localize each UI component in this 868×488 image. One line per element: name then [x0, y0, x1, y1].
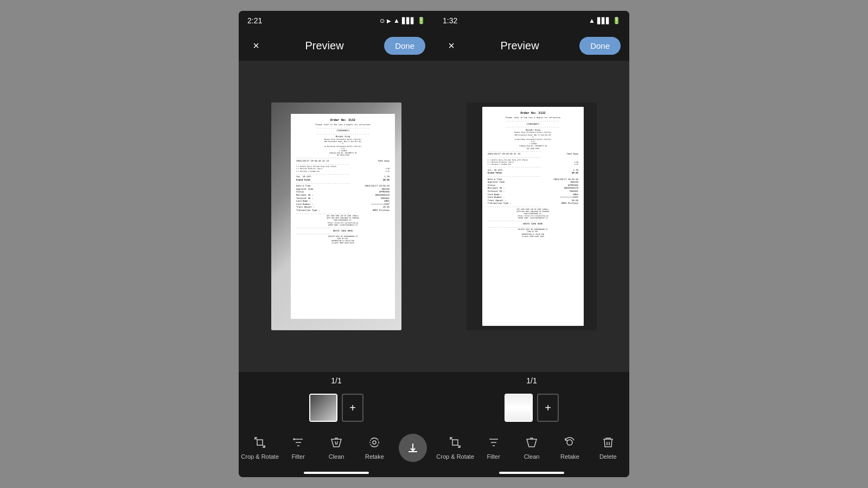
retake-icon: [368, 436, 381, 451]
left-thumbnail-1[interactable]: [309, 394, 337, 422]
left-preview-title: Preview: [305, 40, 344, 52]
right-retake-button[interactable]: Retake: [551, 436, 589, 460]
right-receipt-text: Order No: 3132 Please refer to the last …: [482, 107, 584, 242]
right-main-content: Order No: 3132 Please refer to the last …: [434, 61, 629, 372]
right-crop-rotate-label: Crop & Rotate: [436, 453, 474, 460]
svg-point-2: [373, 441, 376, 444]
left-status-icons: ⊙ ▶ ▲ ▋▋▋ 🔋: [380, 17, 425, 24]
right-filter-button[interactable]: Filter: [474, 436, 512, 460]
right-filter-icon: [487, 436, 500, 451]
right-receipt-container: Order No: 3132 Please refer to the last …: [467, 102, 597, 330]
right-retake-label: Retake: [560, 453, 579, 460]
right-page-number: 1/1: [526, 376, 537, 385]
left-crop-rotate-label: Crop & Rotate: [241, 453, 279, 460]
left-bottom-toolbar: Crop & Rotate Filter: [239, 426, 434, 470]
right-thumbnail-1[interactable]: [505, 394, 533, 422]
right-preview-title: Preview: [501, 40, 539, 52]
left-add-page-button[interactable]: +: [342, 394, 363, 422]
left-retake-label: Retake: [365, 453, 384, 460]
right-close-button[interactable]: ×: [443, 37, 460, 54]
left-receipt-text: Order No: 3132 Please refer to the last …: [291, 114, 395, 249]
left-clean-label: Clean: [329, 453, 344, 460]
clean-icon: [330, 436, 343, 451]
left-main-content: Order No: 3132 Please refer to the last …: [239, 61, 434, 372]
left-clean-button[interactable]: Clean: [317, 436, 355, 460]
svg-rect-0: [257, 440, 263, 445]
left-filter-button[interactable]: Filter: [279, 436, 317, 460]
left-thumbnail-image: [310, 395, 336, 421]
crop-rotate-icon: [253, 436, 266, 451]
left-filter-label: Filter: [291, 453, 304, 460]
left-phone: 2:21 ⊙ ▶ ▲ ▋▋▋ 🔋 × Preview Done Order No…: [239, 11, 434, 477]
right-indicator-container: [434, 470, 629, 477]
right-status-time: 1:32: [443, 16, 457, 25]
left-thumbnails-bar: +: [239, 389, 434, 426]
right-filter-label: Filter: [487, 453, 500, 460]
right-thumbnails-bar: +: [434, 389, 629, 426]
right-crop-rotate-button[interactable]: Crop & Rotate: [436, 436, 474, 460]
left-top-bar: × Preview Done: [239, 30, 434, 61]
left-download-button[interactable]: [394, 434, 432, 462]
left-status-time: 2:21: [247, 16, 262, 25]
right-status-icons: ▲ ▋▋▋ 🔋: [589, 17, 621, 24]
right-home-indicator: [499, 472, 564, 474]
right-signal-icon: ▋▋▋: [597, 17, 610, 24]
right-receipt-paper: Order No: 3132 Please refer to the last …: [482, 107, 584, 325]
left-crop-rotate-button[interactable]: Crop & Rotate: [241, 436, 279, 460]
left-retake-button[interactable]: Retake: [355, 436, 393, 460]
left-page-number: 1/1: [331, 376, 341, 385]
left-indicator-container: [239, 470, 434, 477]
right-delete-label: Delete: [599, 453, 617, 460]
right-top-bar: × Preview Done: [434, 30, 629, 61]
right-bottom-toolbar: Crop & Rotate Filter Clean: [434, 426, 629, 470]
battery-icon: 🔋: [417, 17, 425, 24]
right-clean-button[interactable]: Clean: [513, 436, 551, 460]
left-page-counter: 1/1: [239, 372, 434, 389]
youtube-icon: ▶: [387, 18, 391, 24]
right-clean-icon: [525, 436, 538, 451]
filter-icon: [292, 436, 305, 451]
right-status-bar: 1:32 ▲ ▋▋▋ 🔋: [434, 11, 629, 30]
right-crop-rotate-icon: [449, 436, 462, 451]
svg-point-5: [567, 440, 572, 445]
right-delete-button[interactable]: Delete: [589, 436, 627, 460]
right-clean-label: Clean: [524, 453, 540, 460]
right-phone: 1:32 ▲ ▋▋▋ 🔋 × Preview Done Order No: 31…: [434, 11, 629, 477]
left-status-bar: 2:21 ⊙ ▶ ▲ ▋▋▋ 🔋: [239, 11, 434, 30]
svg-rect-4: [452, 440, 458, 445]
left-home-indicator: [304, 472, 369, 474]
right-add-page-button[interactable]: +: [537, 394, 559, 422]
location-icon: ⊙: [380, 17, 385, 24]
right-retake-icon: [563, 436, 576, 451]
svg-point-1: [293, 439, 295, 440]
right-page-counter: 1/1: [434, 372, 629, 389]
right-delete-icon: [602, 436, 615, 451]
left-receipt-paper: Order No: 3132 Please refer to the last …: [291, 114, 395, 319]
left-close-button[interactable]: ×: [247, 37, 265, 54]
right-wifi-icon: ▲: [589, 17, 595, 24]
left-done-button[interactable]: Done: [384, 37, 425, 55]
signal-icon: ▋▋▋: [402, 17, 415, 24]
right-battery-icon: 🔋: [612, 17, 621, 24]
download-floating-btn[interactable]: [399, 434, 427, 462]
right-done-button[interactable]: Done: [579, 37, 621, 55]
wifi-icon: ▲: [393, 17, 400, 24]
right-thumbnail-image: [506, 395, 532, 421]
left-receipt-container: Order No: 3132 Please refer to the last …: [271, 102, 401, 330]
